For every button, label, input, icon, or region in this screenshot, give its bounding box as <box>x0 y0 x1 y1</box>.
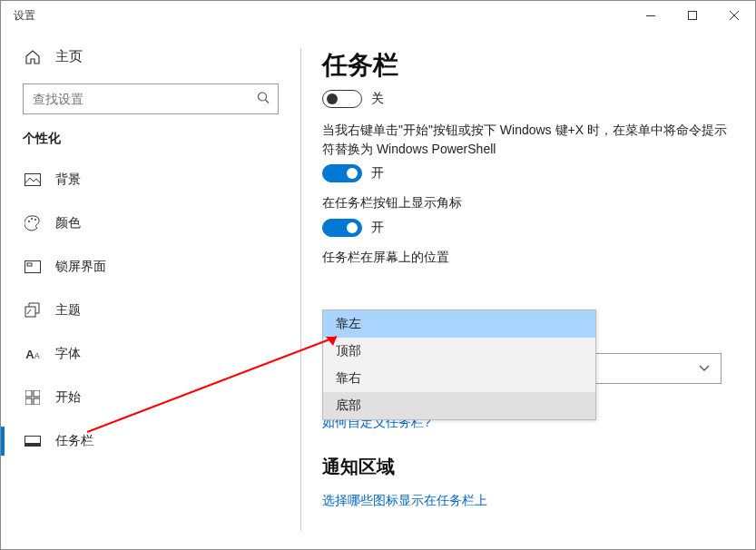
sidebar-item-label: 锁屏界面 <box>55 259 106 275</box>
sidebar-item-label: 颜色 <box>55 215 81 231</box>
sidebar-item-lockscreen[interactable]: 锁屏界面 <box>1 245 300 289</box>
start-icon <box>25 389 41 406</box>
sidebar: 主页 个性化 背景 颜色 锁屏界面 <box>1 30 300 549</box>
badge-description: 在任务栏按钮上显示角标 <box>322 195 730 211</box>
dropdown-option-bottom[interactable]: 底部 <box>323 392 595 419</box>
lockscreen-icon <box>25 259 41 275</box>
svg-rect-6 <box>25 174 41 186</box>
svg-rect-0 <box>646 15 655 16</box>
toggle-2-label: 开 <box>371 165 384 182</box>
svg-rect-13 <box>25 390 32 397</box>
window-controls <box>630 1 755 30</box>
maximize-button[interactable] <box>672 1 713 30</box>
dropdown-option-right[interactable]: 靠右 <box>323 365 595 392</box>
picture-icon <box>25 172 41 188</box>
powershell-description: 当我右键单击"开始"按钮或按下 Windows 键+X 时，在菜单中将命令提示符… <box>322 121 730 159</box>
svg-rect-16 <box>34 398 40 405</box>
section-header: 个性化 <box>1 131 300 158</box>
sidebar-item-start[interactable]: 开始 <box>1 376 300 419</box>
sidebar-item-colors[interactable]: 颜色 <box>1 201 300 245</box>
themes-icon <box>25 302 41 319</box>
window-title: 设置 <box>14 8 35 24</box>
toggle-3[interactable] <box>322 219 362 237</box>
svg-rect-15 <box>25 398 32 405</box>
sidebar-item-label: 开始 <box>55 389 81 406</box>
maximize-icon <box>688 11 697 20</box>
search-input[interactable] <box>23 83 279 114</box>
minimize-icon <box>646 15 655 16</box>
search-field[interactable] <box>23 83 279 114</box>
sidebar-item-label: 任务栏 <box>55 433 93 449</box>
toggle-2[interactable] <box>322 164 362 182</box>
toggle-1[interactable] <box>322 90 362 108</box>
minimize-button[interactable] <box>630 1 672 30</box>
chevron-down-icon <box>699 362 710 375</box>
taskbar-icon <box>25 433 41 449</box>
home-button[interactable]: 主页 <box>1 48 300 83</box>
close-icon <box>730 11 739 20</box>
svg-rect-11 <box>27 263 32 266</box>
svg-point-4 <box>259 93 267 101</box>
home-label: 主页 <box>55 48 83 65</box>
title-bar: 设置 <box>1 1 755 30</box>
svg-point-9 <box>34 219 36 221</box>
fonts-icon: AA <box>25 346 41 362</box>
svg-rect-12 <box>25 307 35 317</box>
notification-section-title: 通知区域 <box>322 455 730 479</box>
svg-point-7 <box>28 221 30 222</box>
sidebar-item-taskbar[interactable]: 任务栏 <box>1 419 300 463</box>
sidebar-item-background[interactable]: 背景 <box>1 158 300 201</box>
search-icon <box>257 92 270 107</box>
dropdown-option-left[interactable]: 靠左 <box>323 310 595 338</box>
svg-rect-10 <box>25 261 41 273</box>
position-title: 任务栏在屏幕上的位置 <box>322 250 730 266</box>
palette-icon <box>25 215 41 231</box>
position-dropdown-list: 靠左 顶部 靠右 底部 <box>322 309 596 420</box>
svg-line-5 <box>266 100 270 103</box>
toggle-1-label: 关 <box>371 91 384 107</box>
content-area: 任务栏 关 当我右键单击"开始"按钮或按下 Windows 键+X 时，在菜单中… <box>300 30 755 549</box>
svg-rect-18 <box>25 443 41 447</box>
home-icon <box>25 49 41 65</box>
sidebar-item-label: 背景 <box>55 172 81 188</box>
sidebar-item-fonts[interactable]: AA 字体 <box>1 332 300 376</box>
svg-rect-14 <box>34 390 40 397</box>
sidebar-item-themes[interactable]: 主题 <box>1 289 300 332</box>
sidebar-item-label: 字体 <box>55 346 81 362</box>
close-button[interactable] <box>713 1 755 30</box>
dropdown-option-top[interactable]: 顶部 <box>323 338 595 365</box>
toggle-3-label: 开 <box>371 220 384 236</box>
svg-point-8 <box>31 218 33 220</box>
sidebar-item-label: 主题 <box>55 302 81 319</box>
page-title: 任务栏 <box>322 48 730 83</box>
svg-rect-1 <box>689 12 697 20</box>
select-icons-link[interactable]: 选择哪些图标显示在任务栏上 <box>322 493 487 507</box>
